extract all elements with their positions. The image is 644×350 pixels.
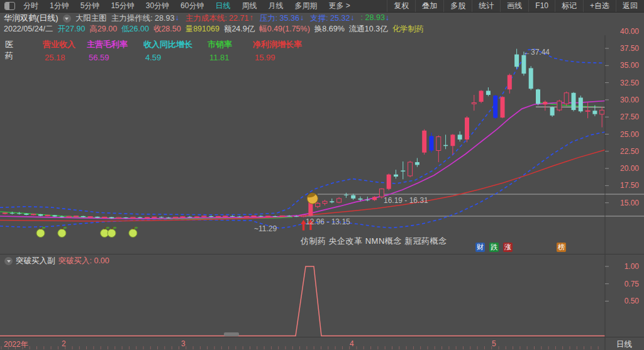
time-axis-label: 5 [492,339,496,348]
toolbar-action-button[interactable]: 标记 [555,0,583,12]
candle [202,216,206,217]
period-label: 日线 [616,339,632,350]
ohlc-field: 幅0.49(1.75%) [259,24,310,35]
candle [131,217,135,218]
candle [223,216,228,217]
scrollbar-thumb[interactable] [224,332,239,336]
candle [53,216,57,217]
window-toggle-icon[interactable] [4,2,15,10]
candle [74,216,79,217]
indicator-text: 主力操作线: 28.93 [111,13,175,24]
toolbar-action-button[interactable]: 画线 [500,0,528,12]
chevron-down-icon[interactable] [4,257,13,265]
candle [351,195,355,199]
candle [394,175,398,177]
candle [67,216,71,217]
candle [60,217,64,217]
candle [24,214,28,215]
quick-button[interactable]: 榜 [557,243,566,252]
quick-button[interactable]: 财 [475,243,485,252]
candle [536,89,540,104]
arrow-up-icon: ↑ [249,13,253,24]
indicator-text: : 28.93 [361,13,385,24]
stock-name[interactable]: 华润双鹤(日线) [4,13,58,24]
candle [436,137,441,151]
indicator-text: 主力成本线: 22.71 [186,13,249,24]
candle [472,102,476,104]
candle [95,217,99,218]
toolbar-action-button[interactable]: 叠加 [415,0,443,12]
candle [187,217,192,217]
candle [138,217,142,218]
candle [387,175,391,189]
indicator-item: 压力: 35.36↓ [260,13,304,24]
indicator-lines [0,49,605,228]
candle [195,217,199,217]
sub-indicator-name[interactable]: 突破买入副 [16,256,55,266]
toolbar-item-period[interactable]: 更多 > [323,0,355,12]
toolbar-action-button[interactable]: 返回 [616,0,644,12]
candle [145,217,150,218]
candle [330,201,334,202]
price-axis-label: 30.00 [608,96,639,104]
indicator-item: 支撑: 25.32↓ [310,13,354,24]
price-axis-label: 37.50 [608,44,639,53]
toolbar-item-period[interactable]: 60分钟 [175,0,209,12]
toolbar-item-period[interactable]: 5分钟 [75,0,106,12]
indicator-values: 主力操作线: 28.93↓主力成本线: 22.71↑压力: 35.36↓支撑: … [111,13,389,24]
candle [252,216,256,217]
candle [45,215,50,216]
candle [443,145,448,146]
toolbar-action-button[interactable]: +自选 [583,0,616,12]
toolbar-action-button[interactable]: 多股 [443,0,472,12]
candle [109,217,114,219]
candle [237,217,242,217]
candle [17,213,21,214]
candle [266,216,270,217]
chart-canvas[interactable] [0,35,644,350]
toolbar-item-period[interactable]: 周线 [236,0,262,12]
ohlc-field: 开27.90 [58,24,86,35]
candle [501,97,505,118]
time-axis-label: 4 [350,339,354,348]
main-indicator-name[interactable]: 大阳主图 [75,13,107,24]
candle [337,199,341,202]
ohlc-field: 2022/05/24/二 [4,24,53,35]
sub-indicator-value: 突破买入: 0.00 [58,256,109,266]
toolbar-item-period[interactable]: 月线 [262,0,289,12]
toolbar-item-period[interactable]: 15分钟 [105,0,140,12]
candle [514,55,519,67]
toolbar-action-button[interactable]: 统计 [472,0,500,12]
arrow-down-icon: ↓ [386,13,389,24]
candle [280,216,284,216]
candle [174,217,178,218]
apple-icon [129,227,138,238]
time-axis-label: 3 [181,339,186,348]
sub-panel-header: 突破买入副 突破买入: 0.00 [0,256,109,266]
candle [592,111,597,114]
toolbar-action-button[interactable]: F10 [528,0,555,12]
candle [372,197,377,200]
toolbar-item-period[interactable]: 1分钟 [44,0,75,12]
toolbar-item-period[interactable]: 日线 [209,0,236,12]
price-axis-label: 17.50 [608,181,639,190]
price-annotation: 16.19 - 16.31 [384,196,428,205]
toolbar-item-period[interactable]: 30分钟 [140,0,175,12]
candle [358,199,363,200]
quick-button[interactable]: 跌 [489,243,499,252]
toolbar-item-period[interactable]: 分时 [18,0,44,12]
candle [316,204,320,207]
gold-signal-icon [307,193,318,204]
quick-button[interactable]: 涨 [503,243,513,252]
toolbar-item-period[interactable]: 多周期 [289,0,323,12]
price-axis-label: 27.50 [608,112,639,121]
period-tabs: 分时1分钟5分钟15分钟30分钟60分钟日线周线月线多周期更多 > [18,0,356,12]
candle [365,200,370,200]
chevron-down-icon[interactable] [63,14,71,23]
candle [586,111,590,111]
toolbar-action-button[interactable]: 复权 [387,0,415,12]
candle [557,101,562,110]
candle [323,201,327,203]
ohlc-field: 流通10.3亿 [349,24,388,35]
indicator-item: : 28.93↓ [361,13,389,24]
